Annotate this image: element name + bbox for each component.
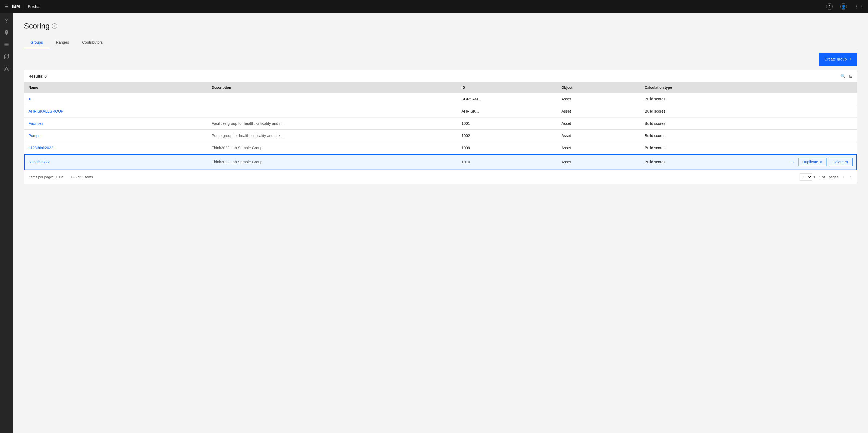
svg-rect-2: [5, 43, 9, 43]
svg-point-6: [4, 69, 5, 70]
row-object: Asset: [557, 154, 641, 170]
row-name-link[interactable]: s123think2022: [29, 146, 53, 150]
items-per-page: Items per page: 10 25 50: [29, 175, 64, 179]
pagination-range: 1–6 of 6 items: [71, 175, 93, 179]
main-content: Scoring i Groups Ranges Contributors Cre…: [13, 13, 868, 433]
row-object: Asset: [557, 142, 641, 154]
sidebar-item-predict[interactable]: [1, 15, 12, 26]
sidebar-item-location[interactable]: [1, 27, 12, 38]
user-icon[interactable]: 👤: [840, 3, 847, 10]
row-id: 1001: [457, 118, 557, 130]
help-icon[interactable]: ?: [826, 3, 833, 10]
row-calculation-type: Build scores: [641, 93, 765, 105]
pagination-left: Items per page: 10 25 50 1–6 of 6 items: [29, 175, 93, 179]
row-actions-cell: [765, 130, 857, 142]
table-row: S123think22Think2022 Lab Sample Group101…: [24, 154, 857, 170]
ibm-logo: IBM: [12, 4, 20, 9]
row-name-link[interactable]: S123think22: [29, 160, 50, 164]
svg-point-5: [6, 66, 7, 67]
row-calculation-type: Build scores: [641, 118, 765, 130]
prev-page-button[interactable]: ‹: [842, 173, 845, 181]
tab-ranges[interactable]: Ranges: [50, 37, 75, 48]
sidebar-item-scoring[interactable]: [1, 51, 12, 62]
toolbar: Create group +: [24, 48, 857, 70]
row-description: Think2022 Lab Sample Group: [208, 154, 457, 170]
row-name-link[interactable]: Pumps: [29, 133, 40, 138]
row-id: 1002: [457, 130, 557, 142]
chevron-down-icon: ▼: [813, 175, 816, 178]
page-select: 1 ▼: [800, 173, 816, 181]
menu-icon[interactable]: ☰: [4, 3, 9, 9]
row-id: SGRSAM...: [457, 93, 557, 105]
sidebar-item-list[interactable]: [1, 39, 12, 50]
row-actions-cell: [765, 118, 857, 130]
results-bar-actions: 🔍 ⊞: [840, 73, 852, 79]
row-object: Asset: [557, 93, 641, 105]
search-icon[interactable]: 🔍: [840, 73, 846, 79]
pagination-right: 1 ▼ 1 of 1 pages ‹ ›: [800, 173, 852, 181]
row-description: [208, 105, 457, 118]
col-object: Object: [557, 82, 641, 93]
row-actions-cell: [765, 105, 857, 118]
page-header: Scoring i: [24, 22, 857, 30]
arrow-right-annotation: →: [789, 159, 795, 166]
row-name-link[interactable]: X: [29, 97, 31, 101]
table-row: PumpsPump group for health, criticality …: [24, 130, 857, 142]
duplicate-button[interactable]: Duplicate ⧉: [798, 158, 826, 166]
row-name-link[interactable]: Facilities: [29, 121, 43, 126]
tab-groups[interactable]: Groups: [24, 37, 50, 48]
col-actions: [765, 82, 857, 93]
columns-icon[interactable]: ⊞: [849, 73, 852, 79]
table-container: Results: 6 🔍 ⊞ Name Description ID Objec…: [24, 70, 857, 184]
col-id: ID: [457, 82, 557, 93]
apps-icon[interactable]: ⋮⋮: [855, 4, 864, 9]
data-table: Name Description ID Object Calculation t…: [24, 82, 857, 170]
create-group-plus-icon: +: [849, 57, 852, 62]
svg-point-7: [8, 69, 9, 70]
row-calculation-type: Build scores: [641, 130, 765, 142]
row-description: Facilities group for health, criticality…: [208, 118, 457, 130]
row-calculation-type: Build scores: [641, 105, 765, 118]
row-description: Pump group for health, criticality and r…: [208, 130, 457, 142]
create-group-button[interactable]: Create group +: [819, 53, 857, 66]
svg-line-9: [6, 67, 8, 69]
row-object: Asset: [557, 118, 641, 130]
pagination: Items per page: 10 25 50 1–6 of 6 items …: [24, 170, 857, 184]
row-id: 1009: [457, 142, 557, 154]
row-name-link[interactable]: AHRISKALLGROUP: [29, 109, 63, 113]
results-count: Results: 6: [29, 74, 47, 78]
row-description: Think2022 Lab Sample Group: [208, 142, 457, 154]
row-object: Asset: [557, 105, 641, 118]
row-actions-cell: [765, 142, 857, 154]
row-id: 1010: [457, 154, 557, 170]
table-row: AHRISKALLGROUPAHRISK...AssetBuild scores: [24, 105, 857, 118]
results-bar: Results: 6 🔍 ⊞: [24, 70, 857, 82]
sidebar-item-hierarchy[interactable]: [1, 63, 12, 74]
top-navigation: ☰ IBM | Predict ? 👤 ⋮⋮: [0, 0, 868, 13]
items-per-page-label: Items per page:: [29, 175, 53, 179]
table-header-row: Name Description ID Object Calculation t…: [24, 82, 857, 93]
brand: IBM | Predict: [12, 3, 40, 10]
col-name: Name: [24, 82, 208, 93]
table-body: XSGRSAM...AssetBuild scoresAHRISKALLGROU…: [24, 93, 857, 170]
delete-button[interactable]: Delete 🗑: [829, 158, 852, 166]
page-number-select[interactable]: 1: [800, 173, 812, 181]
row-calculation-type: Build scores: [641, 154, 765, 170]
svg-point-1: [6, 20, 7, 22]
nav-divider: |: [23, 3, 25, 10]
next-page-button[interactable]: ›: [849, 173, 852, 181]
info-icon[interactable]: i: [52, 23, 57, 29]
svg-rect-4: [5, 45, 9, 46]
tab-contributors[interactable]: Contributors: [75, 37, 109, 48]
row-actions-cell: →Duplicate ⧉Delete 🗑: [765, 154, 857, 170]
items-per-page-select[interactable]: 10 25 50: [55, 175, 64, 179]
svg-line-8: [5, 67, 6, 69]
row-description: [208, 93, 457, 105]
tab-bar: Groups Ranges Contributors: [24, 37, 857, 48]
page-title: Scoring: [24, 22, 50, 30]
table-row: FacilitiesFacilities group for health, c…: [24, 118, 857, 130]
row-actions-cell: [765, 93, 857, 105]
sidebar: [0, 13, 13, 433]
table-row: XSGRSAM...AssetBuild scores: [24, 93, 857, 105]
create-group-label: Create group: [825, 57, 847, 61]
